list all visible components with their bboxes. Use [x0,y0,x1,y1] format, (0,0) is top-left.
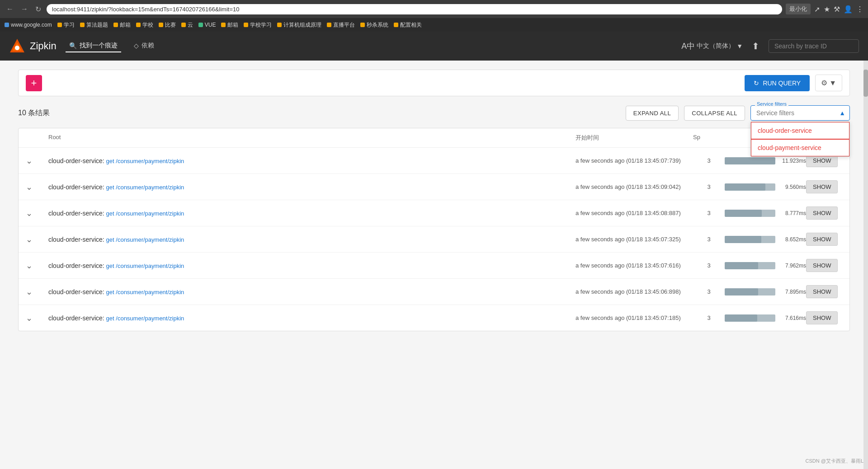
row-time: a few seconds ago (01/18 13:45:08:887) [576,210,693,216]
bookmark-icon [277,23,282,27]
forward-button[interactable]: → [19,4,30,14]
menu-button[interactable]: ⋮ [856,5,863,14]
chevron-down-icon: ▼ [829,79,836,87]
profile-button[interactable]: 👤 [844,5,853,14]
row-action: SHOW [806,180,842,193]
row-time: a few seconds ago (01/18 13:45:07:185) [576,314,693,321]
bookmark-icon [113,23,118,27]
bookmark-label: 算法题题 [86,21,108,29]
url-bar[interactable]: localhost:9411/zipkin/?lookback=15m&endT… [47,4,782,14]
upload-button[interactable]: ⬆ [752,41,760,52]
bookmark-cloud[interactable]: 云 [181,21,193,29]
duration-bar-bg [725,314,775,322]
refresh-query-icon: ↻ [754,80,759,87]
results-count: 10 条结果 [18,108,620,118]
row-spans: 3 [693,210,725,216]
url-text: localhost:9411/zipkin/?lookback=15m&endT… [52,6,240,13]
bookmark-stream[interactable]: 直播平台 [327,21,355,29]
show-button[interactable]: SHOW [806,259,838,272]
show-button[interactable]: SHOW [806,311,838,324]
nav-find-trace[interactable]: 🔍 找到一个痕迹 [66,40,121,52]
bookmark-label: 直播平台 [333,21,355,29]
app-header: Zipkin 🔍 找到一个痕迹 ◇ 依赖 A中 中文（简体） ▼ ⬆ [0,32,868,61]
add-criteria-button[interactable]: + [26,75,42,91]
bookmark-email2[interactable]: 邮箱 [221,21,238,29]
scrollbar-track[interactable] [863,61,868,469]
collapse-all-button[interactable]: COLLAPSE ALL [684,106,745,121]
service-filter-option-order[interactable]: cloud-order-service [751,122,849,139]
row-expand-chevron[interactable]: ⌄ [26,313,48,323]
service-path: get /consumer/payment/zipkin [106,315,184,322]
share-button[interactable]: ➚ [814,5,820,14]
service-name: cloud-order-service: [48,210,104,217]
bookmark-google[interactable]: www.google.com [5,22,52,28]
back-button[interactable]: ← [5,4,15,14]
row-duration: 8.652ms [725,236,806,243]
bookmark-email[interactable]: 邮箱 [113,21,131,29]
bookmark-button[interactable]: ★ [824,5,830,14]
bookmark-cs[interactable]: 计算机组成原理 [277,21,321,29]
nav-dependencies[interactable]: ◇ 依赖 [130,40,158,52]
bookmark-study[interactable]: 学习 [57,21,75,29]
language-selector[interactable]: A中 中文（简体） ▼ [679,41,743,52]
bookmark-config[interactable]: 配置相关 [394,21,422,29]
bookmark-icon [244,23,248,27]
table-row: ⌄ cloud-order-service: get /consumer/pay… [19,305,849,331]
bookmark-school[interactable]: 学校 [136,21,153,29]
service-name: cloud-order-service: [48,288,104,295]
gear-icon: ⚙ [821,79,827,87]
search-trace-input[interactable] [769,39,859,53]
row-expand-chevron[interactable]: ⌄ [26,208,48,218]
bookmark-label: 邮箱 [120,21,131,29]
service-name: cloud-order-service: [48,314,104,322]
extensions-button[interactable]: ⚒ [834,5,840,14]
bookmark-school-study[interactable]: 学校学习 [244,21,272,29]
service-name: cloud-order-service: [48,262,104,269]
settings-button[interactable]: ⚙ ▼ [815,75,842,91]
bookmark-seckill[interactable]: 秒杀系统 [360,21,388,29]
plus-icon: + [31,77,37,89]
table-row: ⌄ cloud-order-service: get /consumer/pay… [19,279,849,305]
row-expand-chevron[interactable]: ⌄ [26,156,48,166]
row-duration: 7.895ms [725,288,806,295]
col-header-spans: Sp [693,134,725,142]
row-expand-chevron[interactable]: ⌄ [26,261,48,271]
row-root-service: cloud-order-service: get /consumer/payme… [48,314,576,322]
search-nav-icon: 🔍 [69,42,77,49]
duration-bar-bg [725,183,775,191]
service-name: cloud-order-service: [48,157,104,164]
row-action: SHOW [806,311,842,324]
row-expand-chevron[interactable]: ⌄ [26,182,48,192]
row-root-service: cloud-order-service: get /consumer/payme… [48,210,576,217]
bookmark-algo[interactable]: 算法题题 [80,21,108,29]
run-query-button[interactable]: ↻ RUN QUERY [745,75,810,91]
query-bar: + ↻ RUN QUERY ⚙ ▼ [18,70,850,96]
service-filters-input[interactable] [750,105,850,121]
row-expand-chevron[interactable]: ⌄ [26,234,48,244]
service-name: cloud-order-service: [48,183,104,191]
row-duration: 11.923ms [725,157,806,164]
row-action: SHOW [806,206,842,220]
bookmark-icon [181,23,186,27]
service-filters-container: Service filters ▲ cloud-order-service cl… [750,105,850,121]
bookmark-vue[interactable]: VUE [198,22,216,28]
translate-icon-symbol: A中 [681,41,695,52]
table-rows-container: ⌄ cloud-order-service: get /consumer/pay… [19,148,849,331]
scrollbar-thumb[interactable] [863,70,868,97]
row-action: SHOW [806,233,842,246]
show-button[interactable]: SHOW [806,233,838,246]
browser-chrome: ← → ↻ localhost:9411/zipkin/?lookback=15… [0,0,868,18]
refresh-button[interactable]: ↻ [33,4,43,14]
expand-all-button[interactable]: EXPAND ALL [626,106,679,121]
show-button[interactable]: SHOW [806,206,838,220]
bookmark-label: 学校学习 [250,21,272,29]
row-expand-chevron[interactable]: ⌄ [26,287,48,297]
nav-find-trace-label: 找到一个痕迹 [80,42,118,50]
show-button[interactable]: SHOW [806,285,838,298]
show-button[interactable]: SHOW [806,180,838,193]
row-root-service: cloud-order-service: get /consumer/payme… [48,288,576,295]
bookmark-icon [394,23,398,27]
bookmark-comp[interactable]: 比赛 [159,21,176,29]
results-header: 10 条结果 EXPAND ALL COLLAPSE ALL Service f… [18,105,850,121]
service-filter-option-payment[interactable]: cloud-payment-service [751,139,849,156]
